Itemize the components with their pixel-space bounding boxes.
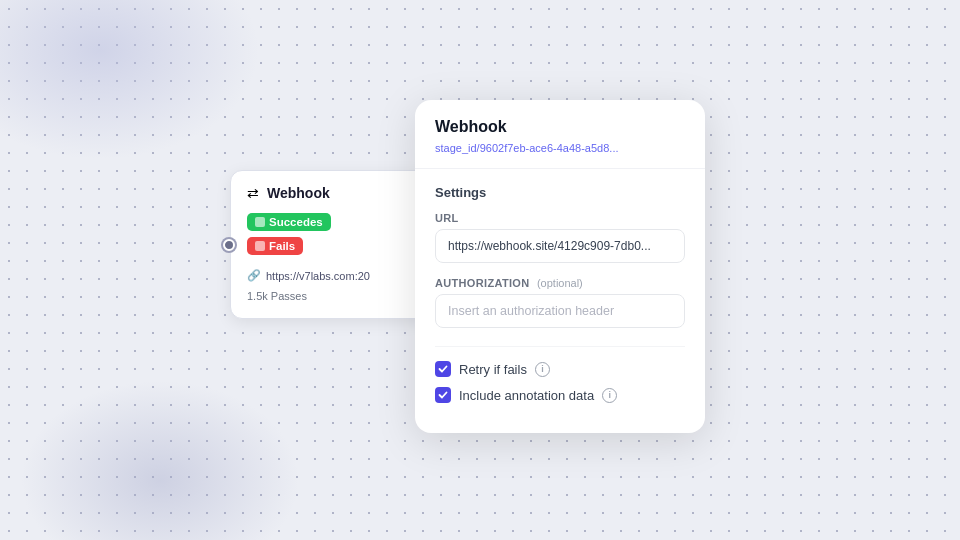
card-header: ⇄ Webhook <box>247 185 413 201</box>
retry-info-icon[interactable]: i <box>535 362 550 377</box>
panel-breadcrumb: stage_id/9602f7eb-ace6-4a48-a5d8... <box>435 142 685 154</box>
divider <box>435 346 685 347</box>
annotation-checkbox[interactable] <box>435 387 451 403</box>
webhook-node-icon: ⇄ <box>247 185 259 201</box>
badge-fail[interactable]: Fails <box>247 237 413 261</box>
webhook-node-card: ⇄ Webhook Succedes Fails 🔗 https://v7lab… <box>230 170 430 319</box>
passes-count: 1.5k Passes <box>247 290 413 302</box>
url-field-label: URL <box>435 212 685 224</box>
retry-label: Retry if fails <box>459 362 527 377</box>
settings-panel: Webhook stage_id/9602f7eb-ace6-4a48-a5d8… <box>415 100 705 433</box>
badge-success[interactable]: Succedes <box>247 213 413 237</box>
badge-fail-icon <box>255 241 265 251</box>
retry-checkbox[interactable] <box>435 361 451 377</box>
annotation-info-icon[interactable]: i <box>602 388 617 403</box>
card-title: Webhook <box>267 185 330 201</box>
auth-field-label: Authorization (optional) <box>435 277 685 289</box>
section-label: Settings <box>435 185 685 200</box>
authorization-input[interactable] <box>435 294 685 328</box>
retry-checkbox-row[interactable]: Retry if fails i <box>435 361 685 377</box>
annotation-label: Include annotation data <box>459 388 594 403</box>
panel-title: Webhook <box>435 118 685 136</box>
connector-dot <box>223 239 235 251</box>
badge-success-icon <box>255 217 265 227</box>
panel-body: Settings URL Authorization (optional) Re… <box>415 169 705 403</box>
annotation-checkbox-row[interactable]: Include annotation data i <box>435 387 685 403</box>
link-icon: 🔗 <box>247 269 261 282</box>
panel-title-section: Webhook stage_id/9602f7eb-ace6-4a48-a5d8… <box>415 100 705 169</box>
webhook-url-row: 🔗 https://v7labs.com:20 <box>247 269 413 282</box>
url-input[interactable] <box>435 229 685 263</box>
